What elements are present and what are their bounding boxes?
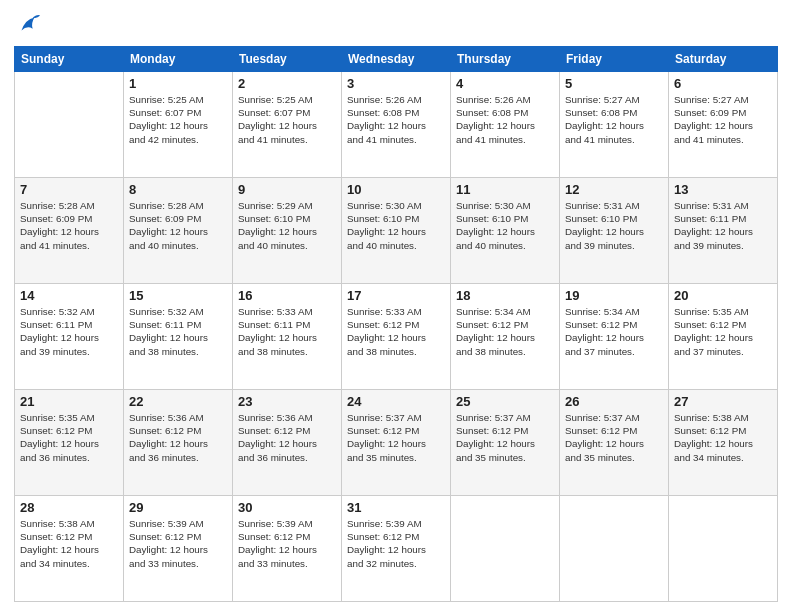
day-info: Sunrise: 5:34 AM Sunset: 6:12 PM Dayligh… xyxy=(456,305,554,358)
day-info: Sunrise: 5:31 AM Sunset: 6:11 PM Dayligh… xyxy=(674,199,772,252)
day-info: Sunrise: 5:36 AM Sunset: 6:12 PM Dayligh… xyxy=(238,411,336,464)
day-number: 25 xyxy=(456,394,554,409)
day-number: 31 xyxy=(347,500,445,515)
calendar-cell: 9Sunrise: 5:29 AM Sunset: 6:10 PM Daylig… xyxy=(233,178,342,284)
day-number: 29 xyxy=(129,500,227,515)
calendar-cell xyxy=(669,496,778,602)
calendar-cell: 28Sunrise: 5:38 AM Sunset: 6:12 PM Dayli… xyxy=(15,496,124,602)
calendar-cell: 4Sunrise: 5:26 AM Sunset: 6:08 PM Daylig… xyxy=(451,72,560,178)
calendar-cell: 2Sunrise: 5:25 AM Sunset: 6:07 PM Daylig… xyxy=(233,72,342,178)
day-info: Sunrise: 5:34 AM Sunset: 6:12 PM Dayligh… xyxy=(565,305,663,358)
day-number: 16 xyxy=(238,288,336,303)
day-number: 30 xyxy=(238,500,336,515)
calendar-cell: 30Sunrise: 5:39 AM Sunset: 6:12 PM Dayli… xyxy=(233,496,342,602)
day-info: Sunrise: 5:36 AM Sunset: 6:12 PM Dayligh… xyxy=(129,411,227,464)
day-info: Sunrise: 5:37 AM Sunset: 6:12 PM Dayligh… xyxy=(565,411,663,464)
day-number: 12 xyxy=(565,182,663,197)
day-number: 11 xyxy=(456,182,554,197)
day-number: 3 xyxy=(347,76,445,91)
day-number: 2 xyxy=(238,76,336,91)
day-number: 18 xyxy=(456,288,554,303)
day-number: 19 xyxy=(565,288,663,303)
calendar-cell: 17Sunrise: 5:33 AM Sunset: 6:12 PM Dayli… xyxy=(342,284,451,390)
day-number: 27 xyxy=(674,394,772,409)
day-info: Sunrise: 5:32 AM Sunset: 6:11 PM Dayligh… xyxy=(129,305,227,358)
calendar-cell xyxy=(451,496,560,602)
calendar-cell: 18Sunrise: 5:34 AM Sunset: 6:12 PM Dayli… xyxy=(451,284,560,390)
calendar-table: SundayMondayTuesdayWednesdayThursdayFrid… xyxy=(14,46,778,602)
day-number: 4 xyxy=(456,76,554,91)
day-info: Sunrise: 5:30 AM Sunset: 6:10 PM Dayligh… xyxy=(347,199,445,252)
weekday-header-monday: Monday xyxy=(124,47,233,72)
calendar-cell: 3Sunrise: 5:26 AM Sunset: 6:08 PM Daylig… xyxy=(342,72,451,178)
day-info: Sunrise: 5:26 AM Sunset: 6:08 PM Dayligh… xyxy=(456,93,554,146)
day-info: Sunrise: 5:37 AM Sunset: 6:12 PM Dayligh… xyxy=(347,411,445,464)
day-number: 9 xyxy=(238,182,336,197)
day-info: Sunrise: 5:39 AM Sunset: 6:12 PM Dayligh… xyxy=(238,517,336,570)
day-number: 15 xyxy=(129,288,227,303)
weekday-header-sunday: Sunday xyxy=(15,47,124,72)
day-info: Sunrise: 5:35 AM Sunset: 6:12 PM Dayligh… xyxy=(674,305,772,358)
day-info: Sunrise: 5:26 AM Sunset: 6:08 PM Dayligh… xyxy=(347,93,445,146)
calendar-cell: 22Sunrise: 5:36 AM Sunset: 6:12 PM Dayli… xyxy=(124,390,233,496)
weekday-header-row: SundayMondayTuesdayWednesdayThursdayFrid… xyxy=(15,47,778,72)
calendar-cell: 13Sunrise: 5:31 AM Sunset: 6:11 PM Dayli… xyxy=(669,178,778,284)
day-info: Sunrise: 5:25 AM Sunset: 6:07 PM Dayligh… xyxy=(129,93,227,146)
day-info: Sunrise: 5:35 AM Sunset: 6:12 PM Dayligh… xyxy=(20,411,118,464)
day-number: 13 xyxy=(674,182,772,197)
day-number: 7 xyxy=(20,182,118,197)
day-info: Sunrise: 5:27 AM Sunset: 6:09 PM Dayligh… xyxy=(674,93,772,146)
day-info: Sunrise: 5:28 AM Sunset: 6:09 PM Dayligh… xyxy=(129,199,227,252)
calendar-cell: 6Sunrise: 5:27 AM Sunset: 6:09 PM Daylig… xyxy=(669,72,778,178)
day-number: 26 xyxy=(565,394,663,409)
calendar-cell: 1Sunrise: 5:25 AM Sunset: 6:07 PM Daylig… xyxy=(124,72,233,178)
page: SundayMondayTuesdayWednesdayThursdayFrid… xyxy=(0,0,792,612)
logo-bird-icon xyxy=(14,10,42,38)
calendar-cell: 25Sunrise: 5:37 AM Sunset: 6:12 PM Dayli… xyxy=(451,390,560,496)
calendar-cell xyxy=(15,72,124,178)
header xyxy=(14,10,778,38)
calendar-week-row: 21Sunrise: 5:35 AM Sunset: 6:12 PM Dayli… xyxy=(15,390,778,496)
calendar-cell: 15Sunrise: 5:32 AM Sunset: 6:11 PM Dayli… xyxy=(124,284,233,390)
day-number: 8 xyxy=(129,182,227,197)
calendar-cell: 31Sunrise: 5:39 AM Sunset: 6:12 PM Dayli… xyxy=(342,496,451,602)
day-info: Sunrise: 5:31 AM Sunset: 6:10 PM Dayligh… xyxy=(565,199,663,252)
day-info: Sunrise: 5:33 AM Sunset: 6:11 PM Dayligh… xyxy=(238,305,336,358)
calendar-cell: 7Sunrise: 5:28 AM Sunset: 6:09 PM Daylig… xyxy=(15,178,124,284)
day-number: 5 xyxy=(565,76,663,91)
day-info: Sunrise: 5:33 AM Sunset: 6:12 PM Dayligh… xyxy=(347,305,445,358)
calendar-cell: 10Sunrise: 5:30 AM Sunset: 6:10 PM Dayli… xyxy=(342,178,451,284)
calendar-cell: 5Sunrise: 5:27 AM Sunset: 6:08 PM Daylig… xyxy=(560,72,669,178)
day-info: Sunrise: 5:38 AM Sunset: 6:12 PM Dayligh… xyxy=(674,411,772,464)
calendar-cell xyxy=(560,496,669,602)
calendar-cell: 27Sunrise: 5:38 AM Sunset: 6:12 PM Dayli… xyxy=(669,390,778,496)
calendar-cell: 11Sunrise: 5:30 AM Sunset: 6:10 PM Dayli… xyxy=(451,178,560,284)
calendar-cell: 23Sunrise: 5:36 AM Sunset: 6:12 PM Dayli… xyxy=(233,390,342,496)
day-number: 22 xyxy=(129,394,227,409)
calendar-cell: 24Sunrise: 5:37 AM Sunset: 6:12 PM Dayli… xyxy=(342,390,451,496)
calendar-cell: 8Sunrise: 5:28 AM Sunset: 6:09 PM Daylig… xyxy=(124,178,233,284)
weekday-header-thursday: Thursday xyxy=(451,47,560,72)
day-number: 20 xyxy=(674,288,772,303)
day-info: Sunrise: 5:39 AM Sunset: 6:12 PM Dayligh… xyxy=(347,517,445,570)
day-number: 24 xyxy=(347,394,445,409)
calendar-week-row: 7Sunrise: 5:28 AM Sunset: 6:09 PM Daylig… xyxy=(15,178,778,284)
day-info: Sunrise: 5:38 AM Sunset: 6:12 PM Dayligh… xyxy=(20,517,118,570)
day-number: 1 xyxy=(129,76,227,91)
weekday-header-saturday: Saturday xyxy=(669,47,778,72)
day-number: 23 xyxy=(238,394,336,409)
calendar-cell: 14Sunrise: 5:32 AM Sunset: 6:11 PM Dayli… xyxy=(15,284,124,390)
calendar-header: SundayMondayTuesdayWednesdayThursdayFrid… xyxy=(15,47,778,72)
day-info: Sunrise: 5:39 AM Sunset: 6:12 PM Dayligh… xyxy=(129,517,227,570)
calendar-cell: 21Sunrise: 5:35 AM Sunset: 6:12 PM Dayli… xyxy=(15,390,124,496)
day-number: 21 xyxy=(20,394,118,409)
calendar-week-row: 14Sunrise: 5:32 AM Sunset: 6:11 PM Dayli… xyxy=(15,284,778,390)
day-number: 6 xyxy=(674,76,772,91)
day-info: Sunrise: 5:25 AM Sunset: 6:07 PM Dayligh… xyxy=(238,93,336,146)
day-info: Sunrise: 5:29 AM Sunset: 6:10 PM Dayligh… xyxy=(238,199,336,252)
logo xyxy=(14,10,46,38)
calendar-cell: 19Sunrise: 5:34 AM Sunset: 6:12 PM Dayli… xyxy=(560,284,669,390)
day-info: Sunrise: 5:28 AM Sunset: 6:09 PM Dayligh… xyxy=(20,199,118,252)
calendar-cell: 12Sunrise: 5:31 AM Sunset: 6:10 PM Dayli… xyxy=(560,178,669,284)
day-info: Sunrise: 5:37 AM Sunset: 6:12 PM Dayligh… xyxy=(456,411,554,464)
